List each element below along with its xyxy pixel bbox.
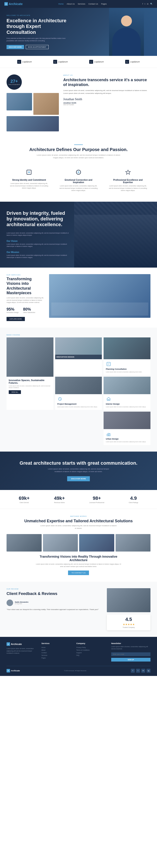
project-management-image xyxy=(55,377,102,394)
footer-twitter-icon[interactable]: t xyxy=(136,669,140,673)
reviewer-date: 12 Aug 2021 xyxy=(15,603,28,604)
cta-button[interactable]: DISCOVER MORE xyxy=(67,476,90,481)
stat-ratings-label: Client Ratings xyxy=(129,502,138,503)
book-appointment-button[interactable]: BOOK AN APPOINTMENT xyxy=(26,45,49,49)
footer-instagram-icon[interactable]: ig xyxy=(147,669,151,673)
reviewer-name: Sadie Alexandro xyxy=(15,601,28,603)
footer-link-services[interactable]: Services xyxy=(41,655,72,656)
dark-content: Driven by integrity, fueled by innovatio… xyxy=(6,210,72,259)
nav-home[interactable]: Home xyxy=(58,3,64,5)
contact-us-button[interactable]: TO CONTACT US xyxy=(68,570,89,575)
footer-privacy[interactable]: Privacy Policy xyxy=(76,647,107,648)
footer-facebook-icon[interactable]: f xyxy=(131,669,135,673)
purpose-section: Architecture Defines Our Purpose and Pas… xyxy=(0,138,157,202)
footer-link-contact[interactable]: Contact xyxy=(41,652,72,653)
view-all-button[interactable]: VIEW ALL xyxy=(9,390,21,394)
project-planning-info: Planning Consultation Lorem ipsum dolor … xyxy=(103,359,151,375)
footer-bottom: A Archicate © 2024 Archicate. All Rights… xyxy=(6,666,151,673)
stat-satisfaction: 80% Client Satisfaction xyxy=(23,307,35,313)
project-planning: Planning Consultation Lorem ipsum dolor … xyxy=(103,337,151,375)
rating-label: Trusted Company xyxy=(109,627,148,628)
dark-title: Driven by integrity, fueled by innovatio… xyxy=(6,210,72,228)
nav-contact[interactable]: Contact Us xyxy=(88,3,98,5)
cta-title: Great architecture starts with great com… xyxy=(6,460,151,466)
mission-desc: Lorem ipsum dolor sit amet, consectetur … xyxy=(6,254,72,259)
footer-social: f t in ig xyxy=(131,669,151,673)
discover-more-button[interactable]: DISCOVER MORE xyxy=(6,45,24,49)
review-text: "Your vision was our blueprint for a stu… xyxy=(6,608,102,611)
footer-company-col: Company Privacy Policy Terms & Condition… xyxy=(76,642,107,661)
identity-icon xyxy=(25,168,33,177)
facebook-icon[interactable]: f xyxy=(143,3,143,5)
rating-stars: ★★★★★ xyxy=(109,623,148,626)
purpose-card-3-title: Professional Excellence and Expertise xyxy=(108,179,147,184)
search-icon[interactable]: 🔍 xyxy=(150,3,153,5)
project-urban-info: Urban Design Lorem ipsum dolor sit amet … xyxy=(103,429,151,445)
solutions-grid xyxy=(6,534,151,552)
footer-services-links: Home About Contact Services Pages xyxy=(41,647,72,659)
interior-icon xyxy=(106,396,111,402)
project-interior-desc: Lorem ipsum dolor sit amet consectetur a… xyxy=(106,406,148,408)
footer-support[interactable]: Support xyxy=(76,652,107,653)
solutions-text: Transforming Visions into Reality Throug… xyxy=(35,555,122,575)
stat-satisfaction-num: 80% xyxy=(23,307,35,312)
stat-design: 95% Innovative Design xyxy=(6,307,19,313)
solutions-title: Unmatched Expertise and Tailored Archite… xyxy=(6,519,151,523)
purpose-card-1-desc: Lorem ipsum dolor sit amet, consectetur … xyxy=(10,182,49,189)
footer-link-about[interactable]: About xyxy=(41,649,72,651)
project-interior-image xyxy=(103,377,151,394)
footer-link-home[interactable]: Home xyxy=(41,647,72,648)
explore-more-button[interactable]: EXPLORE MORE xyxy=(6,317,25,321)
solutions-description: Lorem ipsum dolor sit amet, consectetur … xyxy=(40,524,117,530)
stat-satisfaction-label: Client Satisfaction xyxy=(23,312,35,313)
purpose-card-3: Professional Excellence and Expertise Lo… xyxy=(105,164,151,195)
stat-client-num: 69k+ xyxy=(19,495,30,501)
purpose-description: Lorem ipsum dolor sit amet, consectetur … xyxy=(35,154,122,159)
stat-ratings: 4.9 Client Ratings xyxy=(129,495,138,503)
nav-logo-icon: A xyxy=(5,3,7,5)
nav-services[interactable]: Services xyxy=(78,3,86,5)
nav-about[interactable]: About Us xyxy=(67,3,75,5)
project-innovation-title: INNOVATION DESIGN xyxy=(57,356,101,358)
hero-section: WELCOME TO ARCHICATE Excellence in Archi… xyxy=(0,8,157,56)
reviewer-info: Sadie Alexandro 12 Aug 2021 xyxy=(15,601,28,604)
services-stats: 95% Innovative Design 80% Client Satisfa… xyxy=(6,307,46,313)
project-featured: Innovative Spaces, Sustainable Futures. … xyxy=(6,337,54,410)
services-layout: OUR SERVICES Transforming Visions into A… xyxy=(6,274,151,321)
nav-logo[interactable]: A Archicate xyxy=(4,2,23,6)
cta-content: Great architecture starts with great com… xyxy=(6,460,151,481)
hero-description: Every talented architect has a vision an… xyxy=(6,37,68,42)
nav-pages[interactable]: Pages xyxy=(101,3,107,5)
footer-faq[interactable]: FAQ xyxy=(76,655,107,656)
purpose-cards: Strong Identity and Commitment Lorem ips… xyxy=(6,164,151,195)
project-planning-title: Planning Consultation xyxy=(106,368,148,370)
rating-badge: 4.5 ★★★★★ Trusted Company xyxy=(107,614,151,630)
footer-top: A Archicate Lorem ipsum dolor sit amet, … xyxy=(6,642,151,661)
navbar: A Archicate Home About Us Services Conta… xyxy=(0,0,157,8)
dark-item-vision: Our Vision Lorem ipsum dolor sit amet, c… xyxy=(6,240,72,248)
project-innovation-image: INNOVATION DESIGN xyxy=(55,337,102,359)
twitter-icon[interactable]: t xyxy=(145,3,145,5)
logo-1: L Logolpsum xyxy=(17,60,32,64)
footer-brand: A Archicate Lorem ipsum dolor sit amet, … xyxy=(6,642,37,661)
reviewer: Sadie Alexandro 12 Aug 2021 xyxy=(6,599,102,606)
newsletter-button[interactable]: SIGN UP xyxy=(111,658,151,661)
services-label: OUR SERVICES xyxy=(6,274,46,276)
footer-linkedin-icon[interactable]: in xyxy=(141,669,145,673)
linkedin-icon[interactable]: in xyxy=(147,3,149,5)
planning-icon xyxy=(106,362,111,367)
newsletter-input[interactable] xyxy=(111,652,151,656)
stat-ratings-num: 4.9 xyxy=(129,495,138,501)
newsletter-description: Lorem ipsum dolor sit amet, consectetur … xyxy=(111,646,151,650)
project-urban-image xyxy=(103,412,151,429)
footer-bottom-logo: A Archicate xyxy=(6,669,20,673)
about-description: Lorem ipsum dolor sit amet, consectetur … xyxy=(63,89,151,95)
purpose-card-1: Strong Identity and Commitment Lorem ips… xyxy=(6,164,52,195)
svg-rect-5 xyxy=(108,399,109,400)
purpose-card-2-title: Emotional Connection and Inspiration xyxy=(59,179,98,184)
footer-link-pages[interactable]: Pages xyxy=(41,657,72,659)
nav-menu: Home About Us Services Contact Us Pages xyxy=(58,3,107,5)
excellence-icon xyxy=(124,168,132,177)
footer-terms[interactable]: Terms & Conditions xyxy=(76,649,107,651)
about-images: 27+ Years of Experience xyxy=(6,74,59,131)
